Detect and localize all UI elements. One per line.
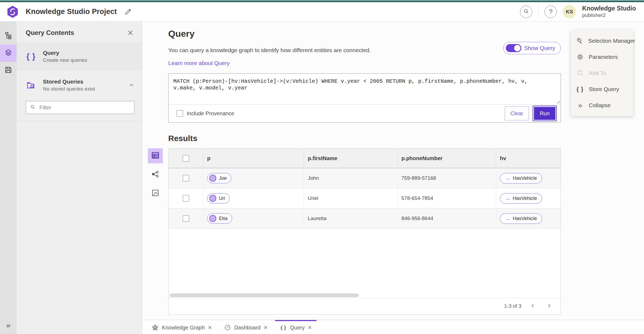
- next-page-button[interactable]: [544, 301, 554, 311]
- results-table: p p.firstName p.phoneNumber hv Joe: [168, 148, 561, 314]
- app-bar: Knowledge Studio Project ? KS Knowle: [0, 2, 644, 21]
- edge-label: HasVehicle: [513, 175, 537, 181]
- help-button[interactable]: ?: [544, 6, 557, 18]
- node-label: Joe: [219, 175, 227, 181]
- selection-manager-item[interactable]: Selection Manager: [571, 33, 633, 49]
- left-icon-rail: »: [0, 21, 17, 334]
- tab-dashboard-label: Dashboard: [234, 325, 261, 331]
- close-tab-icon[interactable]: ×: [264, 324, 268, 331]
- close-panel-icon[interactable]: [127, 29, 134, 36]
- node-circle-icon: [209, 215, 216, 222]
- search-button[interactable]: [520, 6, 532, 18]
- node-pill[interactable]: Etta: [207, 213, 232, 224]
- panel-divider: [17, 121, 142, 121]
- show-query-toggle[interactable]: Show Query: [503, 42, 561, 54]
- query-contents-panel: Query Contents { } Query Create new quer…: [17, 21, 142, 334]
- resize-grip-icon[interactable]: [556, 99, 560, 104]
- chevron-up-icon[interactable]: [129, 82, 134, 88]
- add-to-icon: [576, 70, 584, 77]
- toggle-switch-on[interactable]: [506, 44, 521, 52]
- add-to-item: Add To: [571, 65, 633, 81]
- filter-input[interactable]: [39, 105, 130, 111]
- sidebar-item-stored-text: Stored Queries No stored queries exist: [43, 78, 95, 92]
- row-checkbox[interactable]: [183, 195, 189, 202]
- app-logo-icon: [7, 6, 18, 18]
- query-textarea[interactable]: MATCH (p:Person)-[hv:HasVehicle]->(v:Veh…: [169, 74, 561, 104]
- query-text-wrap: MATCH (p:Person)-[hv:HasVehicle]->(v:Veh…: [169, 74, 561, 105]
- parameters-item[interactable]: Parameters: [571, 49, 633, 65]
- store-query-label: Store Query: [589, 86, 619, 92]
- tab-dashboard[interactable]: Dashboard ×: [219, 320, 272, 334]
- table-icon: [151, 151, 160, 161]
- store-query-braces-icon: { }: [576, 86, 584, 93]
- close-tab-icon[interactable]: ×: [308, 324, 312, 331]
- node-pill[interactable]: Uri: [207, 193, 230, 203]
- node-label: Etta: [219, 216, 228, 221]
- edge-pill[interactable]: → HasVehicle: [500, 193, 542, 204]
- edge-label: HasVehicle: [513, 196, 537, 201]
- previous-page-button[interactable]: [528, 301, 537, 311]
- sidebar-item-query-desc: Create new queries: [43, 57, 87, 63]
- col-header-hv[interactable]: hv: [496, 149, 561, 168]
- tab-knowledge-graph[interactable]: Knowledge Graph ×: [147, 320, 217, 334]
- edge-pill[interactable]: → HasVehicle: [500, 213, 542, 224]
- col-header-p[interactable]: p: [203, 149, 304, 168]
- row-checkbox[interactable]: [183, 215, 189, 222]
- learn-more-link[interactable]: Learn more about Query: [168, 60, 230, 66]
- query-editor-footer: Include Provenance Clear Run: [169, 105, 561, 122]
- cell-firstname: Lauretta: [304, 209, 398, 228]
- col-header-phonenumber[interactable]: p.phoneNumber: [398, 149, 496, 168]
- toggle-knob: [514, 45, 521, 52]
- horizontal-scrollbar-thumb[interactable]: [170, 293, 359, 297]
- dashboard-gauge-icon: [224, 324, 231, 331]
- edge-arrow-icon: →: [505, 216, 510, 221]
- filter-search-icon: [30, 104, 36, 111]
- cell-firstname: Uriel: [304, 188, 398, 208]
- edge-pill[interactable]: → HasVehicle: [500, 173, 542, 184]
- rail-item-hierarchy[interactable]: [0, 27, 17, 45]
- sidebar-item-query-text: Query Create new queries: [43, 50, 87, 63]
- graph-view-button[interactable]: [148, 167, 163, 182]
- node-label: Uri: [219, 196, 225, 201]
- clear-button[interactable]: Clear: [505, 106, 529, 120]
- node-circle-icon: [209, 175, 216, 182]
- edit-title-pencil-icon[interactable]: [124, 8, 132, 16]
- chart-view-button[interactable]: [148, 186, 163, 201]
- collapse-label: Collapse: [589, 102, 611, 109]
- chevron-left-icon: [530, 303, 535, 309]
- panel-header: Query Contents: [17, 21, 142, 43]
- avatar[interactable]: KS: [563, 5, 576, 19]
- run-button[interactable]: Run: [533, 106, 557, 121]
- results-view-switcher: [148, 148, 163, 201]
- row-checkbox[interactable]: [183, 175, 189, 181]
- appbar-divider: [538, 4, 539, 20]
- col-header-firstname[interactable]: p.firstName: [304, 149, 398, 168]
- rail-item-layers[interactable]: [0, 45, 17, 62]
- rail-item-save[interactable]: [0, 62, 17, 79]
- save-icon: [4, 66, 12, 75]
- table-view-button[interactable]: [148, 148, 163, 163]
- include-provenance-label[interactable]: Include Provenance: [187, 110, 234, 117]
- close-tab-icon[interactable]: ×: [208, 324, 212, 331]
- table-empty-space: [169, 229, 561, 293]
- sidebar-item-query[interactable]: { } Query Create new queries: [17, 43, 142, 70]
- cell-phonenumber: 846-956-8644: [398, 209, 496, 228]
- chevron-right-icon: [547, 303, 551, 309]
- tab-query-label: Query: [290, 325, 305, 331]
- network-icon: [151, 170, 160, 179]
- collapse-item[interactable]: » Collapse: [571, 97, 633, 113]
- node-pill[interactable]: Joe: [207, 173, 231, 183]
- store-query-item[interactable]: { } Store Query: [571, 81, 633, 97]
- gear-icon: [576, 53, 584, 60]
- help-icon: ?: [549, 8, 552, 16]
- bottom-tab-bar: Knowledge Graph × Dashboard × { } Query …: [142, 320, 644, 334]
- node-circle-icon: [209, 195, 216, 202]
- project-title: Knowledge Studio Project: [26, 8, 117, 16]
- include-provenance-checkbox[interactable]: [177, 110, 183, 117]
- select-all-checkbox[interactable]: [183, 155, 189, 161]
- results-title: Results: [168, 134, 561, 143]
- table-row: Joe John 759-889-57168 → HasVehicle: [169, 168, 561, 188]
- tab-query[interactable]: { } Query ×: [275, 320, 316, 334]
- expand-rail-chevrons-icon[interactable]: »: [6, 321, 10, 330]
- sidebar-item-stored-queries[interactable]: Stored Queries No stored queries exist: [17, 72, 142, 98]
